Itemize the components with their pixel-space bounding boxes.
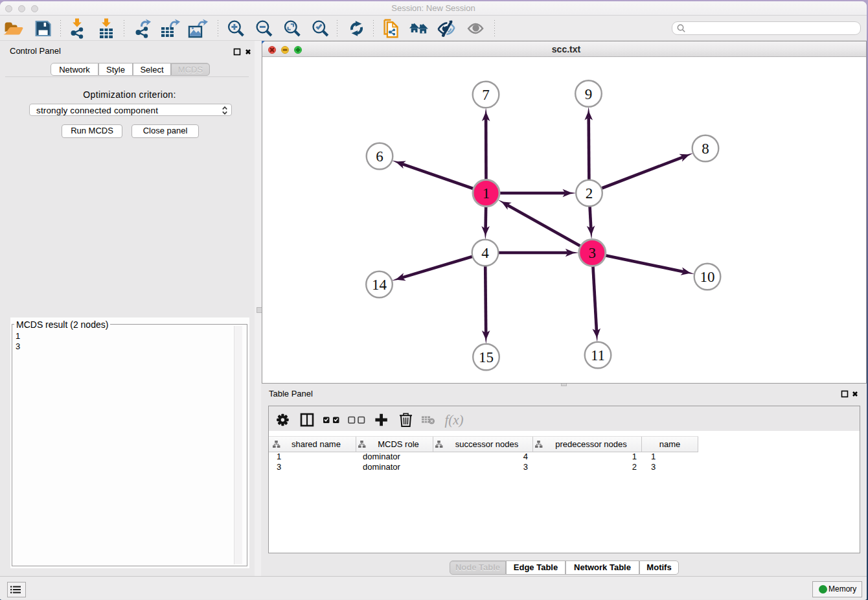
svg-text:2: 2 (586, 185, 593, 202)
svg-text:9: 9 (585, 86, 593, 102)
svg-text:7: 7 (482, 87, 490, 103)
svg-text:11: 11 (591, 347, 605, 363)
svg-text:3: 3 (589, 245, 597, 261)
svg-text:15: 15 (479, 349, 494, 365)
svg-text:1: 1 (483, 185, 490, 202)
svg-text:8: 8 (702, 141, 709, 157)
svg-text:6: 6 (376, 148, 383, 165)
svg-text:14: 14 (372, 277, 387, 293)
svg-text:10: 10 (700, 269, 715, 285)
svg-text:f(x): f(x) (444, 412, 463, 428)
svg-text:4: 4 (481, 245, 489, 261)
